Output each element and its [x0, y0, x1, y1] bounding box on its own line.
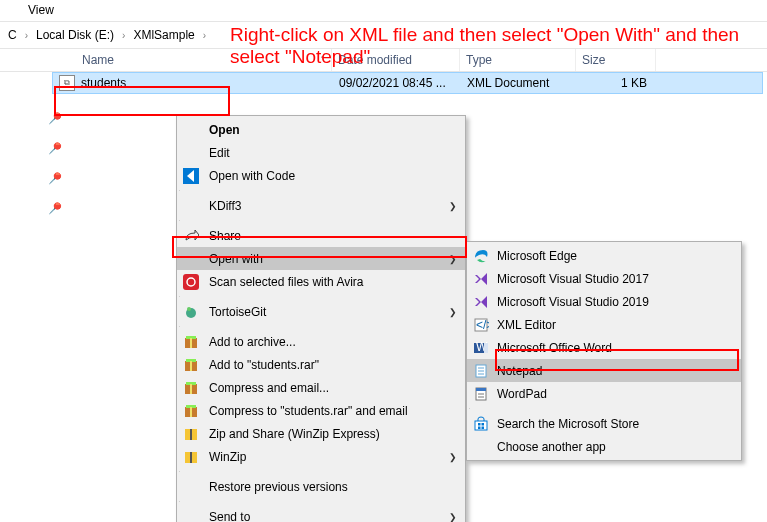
ctx-add-rar[interactable]: Add to "students.rar" — [177, 353, 465, 376]
ctx-share[interactable]: Share — [177, 224, 465, 247]
ctx-restore[interactable]: Restore previous versions — [177, 475, 465, 498]
chevron-right-icon: › — [25, 30, 28, 41]
svg-rect-39 — [482, 426, 485, 429]
svg-rect-7 — [190, 338, 192, 348]
store-icon — [471, 416, 491, 432]
ctx-open-code[interactable]: Open with Code — [177, 164, 465, 187]
winrar-icon — [181, 334, 201, 350]
svg-text:</>: </> — [476, 318, 489, 332]
svg-rect-37 — [482, 423, 485, 426]
xml-editor-icon: </> — [471, 317, 491, 333]
breadcrumb-folder[interactable]: XMlSample — [127, 26, 200, 44]
ribbon-tabs: View — [0, 0, 767, 22]
annotation-text: Right-click on XML file and then select … — [230, 24, 760, 68]
pin-icon[interactable]: 📍 — [43, 196, 66, 219]
ctx-tortoisegit[interactable]: TortoiseGit❯ — [177, 300, 465, 323]
menu-separator — [179, 326, 180, 327]
notepad-icon — [471, 363, 491, 379]
file-row-students[interactable]: ⧉ students 09/02/2021 08:45 ... XML Docu… — [52, 72, 763, 94]
svg-rect-35 — [475, 421, 487, 430]
winzip-icon — [181, 426, 201, 442]
ctx-send-to[interactable]: Send to❯ — [177, 505, 465, 522]
sub-vs2019[interactable]: Microsoft Visual Studio 2019 — [467, 290, 741, 313]
breadcrumb-drive[interactable]: Local Disk (E:) — [30, 26, 120, 44]
edge-icon — [471, 248, 491, 264]
pin-icon[interactable]: 📍 — [43, 106, 66, 129]
svg-rect-26 — [484, 343, 488, 353]
avira-icon — [181, 274, 201, 290]
tortoisegit-icon — [181, 304, 201, 320]
share-icon — [181, 228, 201, 244]
file-size: 1 KB — [577, 76, 657, 90]
svg-rect-38 — [478, 426, 481, 429]
chevron-right-icon: › — [122, 30, 125, 41]
menu-separator — [179, 296, 180, 297]
winzip-icon — [181, 449, 201, 465]
svg-point-4 — [187, 307, 191, 311]
wordpad-icon — [471, 386, 491, 402]
sub-choose[interactable]: Choose another app — [467, 435, 741, 458]
ctx-compress-rar-email[interactable]: Compress to "students.rar" and email — [177, 399, 465, 422]
winrar-icon — [181, 357, 201, 373]
file-date: 09/02/2021 08:45 ... — [333, 76, 461, 90]
sub-xml-editor[interactable]: </>XML Editor — [467, 313, 741, 336]
ctx-open-with[interactable]: Open with❯ — [177, 247, 465, 270]
menu-separator — [179, 190, 180, 191]
pin-icon[interactable]: 📍 — [43, 166, 66, 189]
sub-store[interactable]: Search the Microsoft Store — [467, 412, 741, 435]
ctx-winzip[interactable]: WinZip❯ — [177, 445, 465, 468]
menu-separator — [179, 501, 180, 502]
svg-rect-32 — [476, 388, 486, 391]
winrar-icon — [181, 380, 201, 396]
ctx-zip-share[interactable]: Zip and Share (WinZip Express) — [177, 422, 465, 445]
ctx-scan-avira[interactable]: Scan selected files with Avira — [177, 270, 465, 293]
quick-access-pins: 📍 📍 📍 📍 — [46, 110, 63, 216]
ctx-open[interactable]: Open — [177, 118, 465, 141]
visual-studio-icon — [471, 294, 491, 310]
sub-edge[interactable]: Microsoft Edge — [467, 244, 741, 267]
winrar-icon — [181, 403, 201, 419]
svg-rect-36 — [478, 423, 481, 426]
ctx-compress-email[interactable]: Compress and email... — [177, 376, 465, 399]
visual-studio-icon — [471, 271, 491, 287]
tab-view[interactable]: View — [18, 0, 64, 19]
menu-separator — [179, 220, 180, 221]
svg-rect-20 — [190, 452, 192, 463]
svg-rect-18 — [190, 429, 192, 440]
file-name: students — [81, 76, 126, 90]
file-type: XML Document — [461, 76, 577, 90]
xml-file-icon: ⧉ — [59, 75, 75, 91]
ctx-kdiff3[interactable]: KDiff3❯ — [177, 194, 465, 217]
chevron-right-icon: › — [203, 30, 206, 41]
word-icon: W — [471, 340, 491, 356]
ctx-edit[interactable]: Edit — [177, 141, 465, 164]
open-with-submenu: Microsoft Edge Microsoft Visual Studio 2… — [466, 241, 742, 461]
sub-vs2017[interactable]: Microsoft Visual Studio 2017 — [467, 267, 741, 290]
svg-rect-10 — [190, 361, 192, 371]
menu-separator — [469, 408, 470, 409]
breadcrumb-root[interactable]: C — [2, 26, 23, 44]
menu-separator — [179, 471, 180, 472]
sub-word[interactable]: WMicrosoft Office Word — [467, 336, 741, 359]
sub-wordpad[interactable]: WordPad — [467, 382, 741, 405]
context-menu: Open Edit Open with Code KDiff3❯ Share O… — [176, 115, 466, 522]
svg-rect-13 — [190, 384, 192, 394]
pin-icon[interactable]: 📍 — [43, 136, 66, 159]
sub-notepad[interactable]: Notepad — [467, 359, 741, 382]
svg-rect-1 — [183, 274, 199, 290]
vscode-icon — [181, 168, 201, 184]
svg-rect-16 — [190, 407, 192, 417]
ctx-add-archive[interactable]: Add to archive... — [177, 330, 465, 353]
